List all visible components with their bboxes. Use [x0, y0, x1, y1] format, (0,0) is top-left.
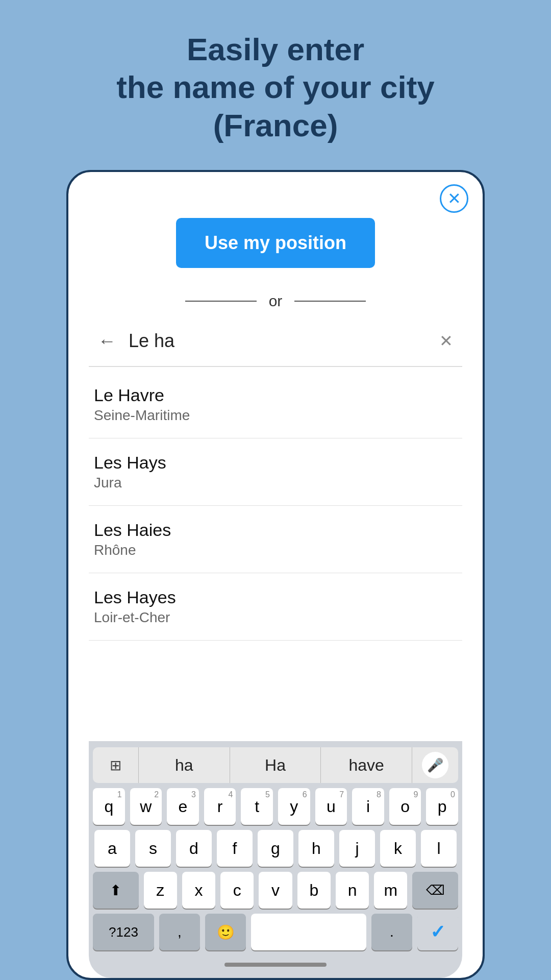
result-city-0: Le Havre [94, 385, 457, 405]
key-l[interactable]: l [421, 830, 457, 867]
key-x[interactable]: x [182, 872, 215, 909]
result-dept-0: Seine-Maritime [94, 407, 457, 424]
comma-key[interactable]: , [159, 914, 200, 950]
result-dept-3: Loir-et-Cher [94, 609, 457, 626]
result-item-1[interactable]: Les Hays Jura [89, 438, 462, 506]
mic-icon: 🎤 [427, 757, 443, 773]
suggestion-0[interactable]: ha [139, 747, 230, 783]
suggestion-2[interactable]: have [321, 747, 412, 783]
key-p[interactable]: p0 [426, 788, 458, 825]
result-dept-1: Jura [94, 475, 457, 491]
key-r[interactable]: r4 [204, 788, 236, 825]
key-z[interactable]: z [144, 872, 177, 909]
emoji-key[interactable]: 🙂 [205, 914, 246, 950]
keyboard-suggestions: ⊞ ha Ha have 🎤 [93, 747, 458, 783]
keyboard-row-2: a s d f g h j k l [93, 830, 458, 867]
key-u[interactable]: u7 [315, 788, 347, 825]
divider-line-left [185, 301, 257, 302]
result-city-2: Les Haies [94, 520, 457, 540]
key-v[interactable]: v [259, 872, 292, 909]
key-k[interactable]: k [380, 830, 416, 867]
keyboard: ⊞ ha Ha have 🎤 q1 w2 e3 r4 t5 y6 u7 [89, 741, 462, 978]
shift-key[interactable]: ⬆ [93, 872, 139, 909]
keyboard-row-1: q1 w2 e3 r4 t5 y6 u7 i8 o9 p0 [93, 788, 458, 825]
keyboard-apps-icon[interactable]: ⊞ [93, 747, 139, 783]
result-item-3[interactable]: Les Hayes Loir-et-Cher [89, 573, 462, 641]
key-c[interactable]: c [220, 872, 254, 909]
phone-container: ✕ Use my position or ← ✕ Le Havre Seine-… [66, 170, 485, 980]
divider-line-right [294, 301, 366, 302]
result-city-1: Les Hays [94, 453, 457, 473]
or-text: or [269, 292, 283, 310]
mic-button[interactable]: 🎤 [422, 752, 448, 778]
clear-icon[interactable]: ✕ [435, 327, 457, 355]
back-arrow-icon[interactable]: ← [94, 326, 120, 356]
key-e[interactable]: e3 [167, 788, 199, 825]
home-indicator [224, 963, 327, 967]
key-a[interactable]: a [94, 830, 130, 867]
result-dept-2: Rhône [94, 542, 457, 558]
use-position-button[interactable]: Use my position [176, 218, 375, 268]
key-o[interactable]: o9 [389, 788, 421, 825]
key-y[interactable]: y6 [278, 788, 310, 825]
space-key[interactable] [251, 914, 366, 950]
close-button[interactable]: ✕ [440, 184, 468, 213]
keyboard-row-3: ⬆ z x c v b n m ⌫ [93, 872, 458, 909]
backspace-key[interactable]: ⌫ [412, 872, 458, 909]
symbols-key[interactable]: ?123 [93, 914, 154, 950]
key-w[interactable]: w2 [130, 788, 162, 825]
suggestion-mic[interactable]: 🎤 [412, 747, 458, 783]
result-city-3: Les Hayes [94, 587, 457, 607]
result-item-0[interactable]: Le Havre Seine-Maritime [89, 371, 462, 438]
period-key[interactable]: . [371, 914, 412, 950]
key-b[interactable]: b [297, 872, 331, 909]
results-list: Le Havre Seine-Maritime Les Hays Jura Le… [89, 371, 462, 741]
key-h[interactable]: h [298, 830, 334, 867]
search-input[interactable] [129, 330, 427, 352]
key-q[interactable]: q1 [93, 788, 125, 825]
key-d[interactable]: d [176, 830, 212, 867]
result-item-2[interactable]: Les Haies Rhône [89, 506, 462, 573]
key-j[interactable]: j [339, 830, 375, 867]
search-row: ← ✕ [89, 326, 462, 367]
key-n[interactable]: n [336, 872, 369, 909]
header-title: Easily enter the name of your city (Fran… [86, 31, 465, 144]
apps-grid-icon: ⊞ [110, 757, 121, 774]
or-divider: or [89, 292, 462, 310]
key-g[interactable]: g [258, 830, 293, 867]
close-icon: ✕ [447, 189, 461, 208]
bottom-bar [93, 955, 458, 974]
key-i[interactable]: i8 [352, 788, 384, 825]
key-f[interactable]: f [217, 830, 253, 867]
done-key[interactable]: ✓ [417, 914, 458, 950]
keyboard-row-4: ?123 , 🙂 . ✓ [93, 914, 458, 950]
key-m[interactable]: m [374, 872, 407, 909]
key-t[interactable]: t5 [241, 788, 273, 825]
suggestion-1[interactable]: Ha [230, 747, 321, 783]
key-s[interactable]: s [135, 830, 171, 867]
